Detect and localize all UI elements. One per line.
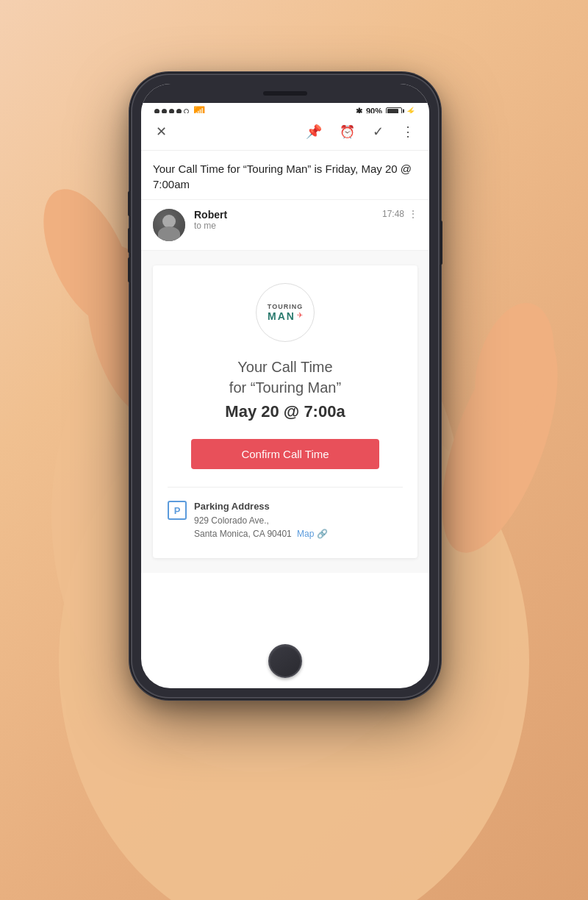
confirm-call-time-button[interactable]: Confirm Call Time <box>191 439 379 469</box>
toolbar-right: 📌 ⏰ ✓ ⋮ <box>303 121 417 143</box>
avatar-image <box>153 209 185 241</box>
email-subject: Your Call Time for “Touring Man” is Frid… <box>141 151 429 200</box>
parking-section: P Parking Address 929 Colorado Ave., San… <box>168 499 403 540</box>
close-icon[interactable]: ✕ <box>153 121 170 143</box>
parking-label: Parking Address <box>194 499 328 514</box>
logo-man-text: MAN <box>268 310 295 322</box>
sender-name: Robert <box>194 209 373 221</box>
email-screen[interactable]: ✕ 📌 ⏰ ✓ ⋮ Your Call Time for “Touring Ma… <box>141 113 429 637</box>
plane-icon: ✈ <box>297 311 303 319</box>
logo-touring-text: TOURING <box>268 303 303 310</box>
phone-shell: 📶 ✱ 90% ⚡ ✕ 📌 ⏰ <box>131 74 440 699</box>
sender-info: Robert to me <box>194 209 373 231</box>
parking-info: Parking Address 929 Colorado Ave., Santa… <box>194 499 328 540</box>
clock-icon[interactable]: ⏰ <box>337 121 358 143</box>
card-datetime: May 20 @ 7:00a <box>168 402 403 421</box>
map-link[interactable]: Map 🔗 <box>297 529 328 539</box>
card-headline: Your Call Time for “Touring Man” <box>168 357 403 398</box>
parking-icon: P <box>168 501 187 520</box>
parking-city-state: Santa Monica, CA 90401 <box>194 529 292 539</box>
phone-speaker <box>263 91 307 96</box>
parking-address-line2: Santa Monica, CA 90401 Map 🔗 <box>194 527 328 540</box>
headline-line1: Your Call Time <box>168 357 403 377</box>
phone-device: 📶 ✱ 90% ⚡ ✕ 📌 ⏰ <box>131 74 440 699</box>
timestamp: 17:48 <box>382 209 404 219</box>
email-body: TOURING MAN ✈ Your Call Time for “Tourin… <box>141 251 429 573</box>
check-icon[interactable]: ✓ <box>370 121 387 143</box>
email-more-icon[interactable]: ⋮ <box>409 209 417 219</box>
sender-to: to me <box>194 221 373 231</box>
home-button[interactable] <box>268 644 302 678</box>
parking-address-line1: 929 Colorado Ave., <box>194 514 328 527</box>
headline-line2: for “Touring Man” <box>168 377 403 398</box>
phone-screen: 📶 ✱ 90% ⚡ ✕ 📌 ⏰ <box>141 84 429 688</box>
parking-p-letter: P <box>174 505 181 516</box>
sender-time: 17:48 ⋮ <box>382 209 417 219</box>
avatar <box>153 209 185 241</box>
more-options-icon[interactable]: ⋮ <box>398 121 417 143</box>
touring-man-logo: TOURING MAN ✈ <box>256 283 315 342</box>
email-card: TOURING MAN ✈ Your Call Time for “Tourin… <box>153 265 417 558</box>
email-toolbar: ✕ 📌 ⏰ ✓ ⋮ <box>141 113 429 151</box>
card-divider <box>168 487 403 488</box>
pin-icon[interactable]: 📌 <box>303 121 325 143</box>
sender-row: Robert to me 17:48 ⋮ <box>141 200 429 251</box>
phone-speaker-bar <box>141 84 429 103</box>
